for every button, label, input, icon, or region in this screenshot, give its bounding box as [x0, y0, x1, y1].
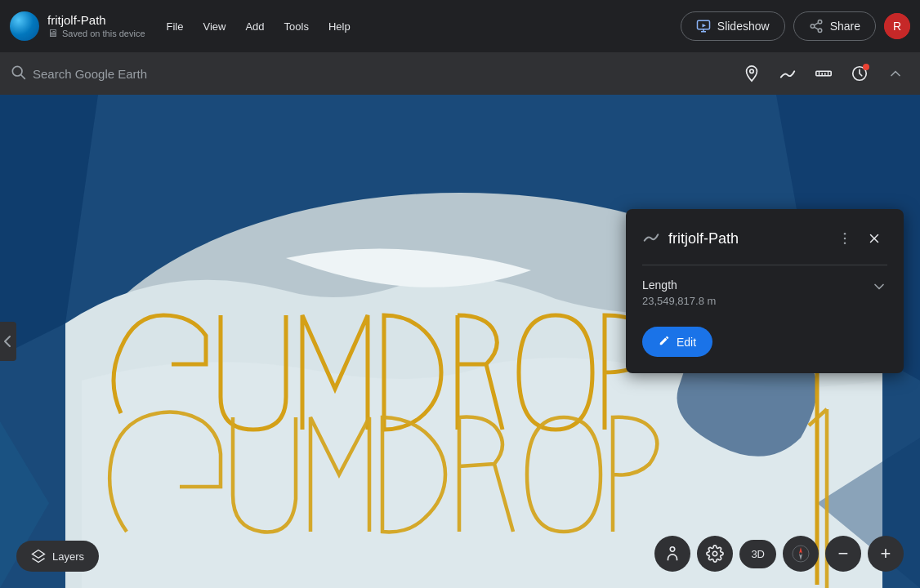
nav-menu: File View Add Tools Help: [159, 16, 359, 38]
bottom-left-controls: Layers: [16, 541, 99, 572]
project-title: fritjolf-Path: [47, 13, 145, 27]
slideshow-label: Slideshow: [717, 20, 770, 33]
topbar: fritjolf-Path 🖥 Saved on this device Fil…: [0, 0, 920, 52]
length-row: Length 23,549,817.8 m: [642, 278, 887, 307]
svg-point-26: [671, 547, 676, 552]
layers-label: Layers: [52, 550, 84, 563]
info-panel-header: fritjolf-Path: [642, 225, 887, 252]
nav-view[interactable]: View: [194, 16, 234, 38]
google-earth-logo[interactable]: [10, 11, 39, 41]
logo-area: fritjolf-Path 🖥 Saved on this device: [10, 11, 145, 41]
svg-point-20: [844, 233, 846, 235]
3d-label: 3D: [751, 548, 765, 560]
notification-dot: [863, 64, 869, 70]
slideshow-icon: [696, 19, 711, 33]
length-dropdown-button[interactable]: [871, 278, 887, 299]
sidebar-toggle[interactable]: [0, 322, 16, 361]
bottom-right-controls: 3D − +: [654, 536, 904, 572]
slideshow-button[interactable]: Slideshow: [681, 11, 785, 41]
svg-rect-12: [816, 71, 831, 76]
info-panel-title-group: fritjolf-Path: [642, 228, 739, 250]
svg-line-10: [21, 74, 25, 78]
saved-indicator: 🖥 Saved on this device: [47, 27, 145, 39]
close-panel-button[interactable]: [861, 225, 887, 252]
share-button[interactable]: Share: [793, 11, 876, 41]
zoom-in-button[interactable]: +: [868, 536, 904, 572]
searchbar: [0, 52, 920, 95]
svg-point-4: [818, 29, 822, 33]
monitor-icon: 🖥: [47, 27, 58, 39]
compass-button[interactable]: [783, 536, 819, 572]
compass-icon: [791, 544, 811, 564]
svg-line-5: [814, 27, 818, 29]
zoom-out-button[interactable]: −: [825, 536, 861, 572]
layers-icon: [31, 549, 46, 564]
collapse-toolbar-icon[interactable]: [881, 59, 910, 88]
map-settings-button[interactable]: [697, 536, 733, 572]
svg-point-3: [811, 24, 815, 29]
svg-point-27: [713, 551, 718, 556]
info-divider: [642, 265, 887, 265]
svg-point-21: [844, 238, 846, 240]
share-icon: [809, 19, 824, 33]
measure-icon[interactable]: [809, 59, 838, 88]
length-label: Length: [642, 278, 716, 292]
path-icon: [642, 228, 660, 250]
info-panel: fritjolf-Path: [626, 209, 904, 373]
svg-line-6: [814, 23, 818, 25]
length-value: 23,549,817.8 m: [642, 295, 716, 307]
pin-icon[interactable]: [737, 59, 766, 88]
share-label: Share: [830, 20, 860, 33]
svg-point-11: [750, 69, 754, 74]
nav-add[interactable]: Add: [237, 16, 272, 38]
timelapse-icon[interactable]: [845, 59, 874, 88]
svg-marker-25: [33, 550, 45, 559]
map[interactable]: fritjolf-Path: [0, 95, 920, 588]
nav-tools[interactable]: Tools: [276, 16, 317, 38]
search-input[interactable]: [33, 67, 730, 81]
layers-button[interactable]: Layers: [16, 541, 99, 572]
nav-file[interactable]: File: [159, 16, 192, 38]
avatar[interactable]: R: [884, 13, 910, 39]
nav-help[interactable]: Help: [320, 16, 359, 38]
3d-toggle-button[interactable]: 3D: [739, 540, 776, 568]
svg-text:R: R: [893, 20, 901, 33]
zoom-out-icon: −: [838, 543, 849, 564]
svg-marker-1: [702, 24, 706, 28]
edit-label: Edit: [677, 336, 696, 349]
zoom-in-icon: +: [881, 543, 891, 564]
panel-actions: [832, 225, 887, 252]
street-view-button[interactable]: [654, 536, 690, 572]
avatar-image: R: [884, 13, 910, 39]
length-group: Length 23,549,817.8 m: [642, 278, 716, 307]
edit-pencil-icon: [659, 335, 670, 349]
path-draw-icon[interactable]: [773, 59, 802, 88]
search-icon: [10, 64, 26, 84]
more-options-button[interactable]: [832, 225, 858, 252]
panel-title: fritjolf-Path: [668, 230, 739, 247]
svg-point-2: [818, 20, 822, 24]
title-group: fritjolf-Path 🖥 Saved on this device: [47, 13, 145, 39]
saved-label: Saved on this device: [62, 29, 145, 38]
edit-button[interactable]: Edit: [642, 327, 712, 357]
svg-point-22: [844, 243, 846, 245]
